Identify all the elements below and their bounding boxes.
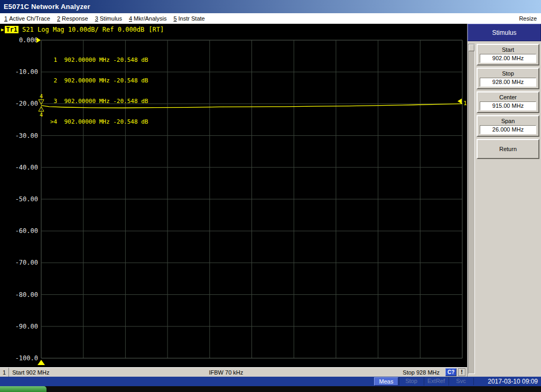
svg-text:-70.00: -70.00 [15,259,38,266]
menu-key: 2 [57,15,60,22]
stop-indicator: Stop [399,377,423,386]
svg-text:0.000: 0.000 [19,36,38,44]
menu-label: Response [62,15,88,22]
trace-header: ▶ Tr1 S21 Log Mag 10.00dB/ Ref 0.000dB [… [1,26,164,33]
softkey-span[interactable]: Span 26.000 MHz [477,115,539,137]
menubar: 1Active Ch/Trace 2Response 3Stimulus 4Mk… [0,13,541,24]
svg-text:-20.00: -20.00 [15,100,38,107]
trace-display: 0.000-10.00-20.00-30.00-40.00-50.00-60.0… [0,24,467,367]
marker-row: 2 902.00000 MHz -20.548 dB [50,77,148,84]
svg-text:4: 4 [40,112,43,118]
marker-row: 1 902.00000 MHz -20.548 dB [50,57,148,63]
menu-label: Instr State [179,15,205,22]
menu-item-instr-state[interactable]: 5Instr State [173,15,204,22]
menu-item-mkr-analysis[interactable]: 4Mkr/Analysis [129,15,166,22]
trace-status-flag: [RT] [148,26,164,33]
analyzer-screen: 0.000-10.00-20.00-30.00-40.00-50.00-60.0… [0,24,467,377]
datetime-display: 2017-03-10 09:09 [473,378,541,385]
svg-text:-100.0: -100.0 [15,354,38,362]
active-trace-arrow-icon: ▶ [1,27,4,32]
menu-resize[interactable]: Resize [519,15,537,22]
svg-text:4: 4 [40,94,43,99]
status-start: Start 902 MHz [12,369,49,376]
scrollbar-thumb[interactable] [469,44,474,51]
softkey-stop[interactable]: Stop 928.00 MHz [477,68,539,89]
svg-text:-10.00: -10.00 [15,68,38,76]
menu-item-response[interactable]: 2Response [57,15,88,22]
softkey-return[interactable]: Return [477,139,539,159]
softkey-label: Center [478,93,538,101]
marker-readout-table: 1 902.00000 MHz -20.548 dB 2 902.00000 M… [50,43,148,139]
softkey-scrollbar[interactable] [468,44,475,374]
softkey-list: Start 902.00 MHz Stop 928.00 MHz Center … [475,41,541,377]
channel-indicator: 1 [0,368,9,377]
svg-text:-30.00: -30.00 [15,132,38,139]
svg-text:-80.00: -80.00 [15,291,38,298]
menu-key: 5 [173,15,176,22]
marker-row: 3 902.00000 MHz -20.548 dB [50,98,148,105]
trace-name-badge[interactable]: Tr1 [5,26,18,33]
softkey-body: Start 902.00 MHz Stop 928.00 MHz Center … [468,41,541,377]
extref-indicator: ExtRef [424,377,448,386]
menu-item-stimulus[interactable]: 3Stimulus [95,15,122,22]
correction-badge: C? [445,368,456,376]
screen-status-bar: 1 Start 902 MHz IFBW 70 kHz Stop 928 MHz… [0,367,467,377]
softkey-label: Return [499,145,517,153]
taskbar-fragment [0,386,541,392]
main-content: 0.000-10.00-20.00-30.00-40.00-50.00-60.0… [0,24,541,377]
menu-label: Active Ch/Trace [9,15,50,22]
svg-text:-60.00: -60.00 [15,227,38,235]
softkey-label: Start [478,45,538,54]
softkey-start-value: 902.00 MHz [480,54,536,63]
softkey-sidebar: Stimulus Start 902.00 MHz Stop 928.00 MH… [467,24,541,377]
menu-key: 1 [4,15,7,22]
app-window: E5071C Network Analyzer 1Active Ch/Trace… [0,0,541,392]
softkey-span-value: 26.000 MHz [480,125,536,134]
softkey-start[interactable]: Start 902.00 MHz [477,44,539,66]
status-stop: Stop 928 MHz [403,369,440,376]
softkey-menu-title: Stimulus [468,24,541,41]
svg-text:1: 1 [463,100,467,107]
svg-text:-40.00: -40.00 [15,164,38,171]
softkey-label: Stop [478,69,538,78]
menu-key: 4 [129,15,132,22]
softkey-center[interactable]: Center 915.00 MHz [477,91,539,113]
titlebar: E5071C Network Analyzer [0,0,541,13]
softkey-center-value: 915.00 MHz [480,101,536,110]
menu-item-active-ch-trace[interactable]: 1Active Ch/Trace [4,15,50,22]
menu-label: Stimulus [100,15,122,22]
softkey-label: Span [478,117,538,125]
softkey-stop-value: 928.00 MHz [480,78,536,87]
marker-row: >4 902.00000 MHz -20.548 dB [50,118,148,125]
meas-indicator: Meas [374,377,398,386]
svg-text:-50.00: -50.00 [15,195,38,203]
window-title: E5071C Network Analyzer [4,3,90,11]
start-button-fragment[interactable] [0,386,46,392]
svg-text:-90.00: -90.00 [15,323,38,330]
system-status-bar: Meas Stop ExtRef Svc 2017-03-10 09:09 [0,377,541,386]
menu-key: 3 [95,15,98,22]
svc-indicator: Svc [449,377,473,386]
status-ifbw: IFBW 70 kHz [209,369,243,376]
alert-indicator: ! [458,368,465,376]
trace-settings: S21 Log Mag 10.00dB/ Ref 0.000dB [22,26,144,33]
menu-label: Mkr/Analysis [134,15,166,22]
